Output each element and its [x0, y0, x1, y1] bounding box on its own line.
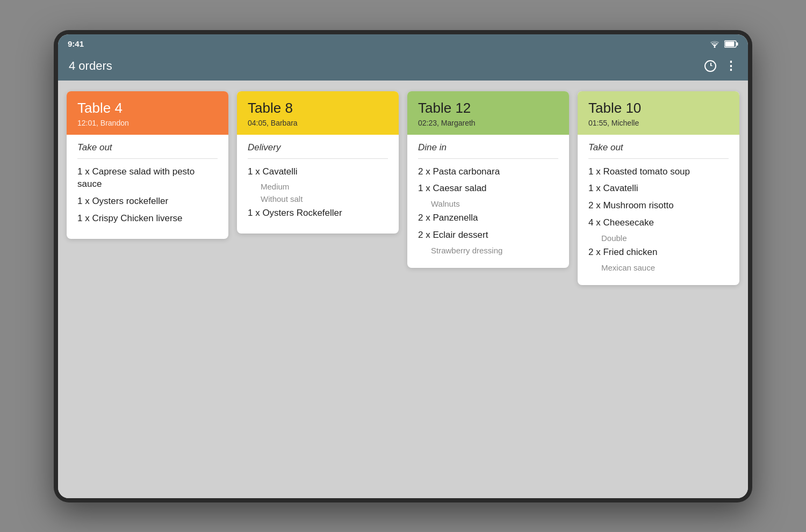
- orders-list: Table 412:01, BrandonTake out1 x Caprese…: [58, 81, 748, 498]
- order-item: 1 x Roasted tomato soup: [588, 165, 729, 178]
- divider-table4: [77, 158, 218, 159]
- card-body-table4: Take out1 x Caprese salad with pesto sau…: [67, 135, 228, 239]
- order-type-table8: Delivery: [248, 142, 388, 153]
- divider-table12: [418, 158, 558, 159]
- card-header-table4: Table 412:01, Brandon: [67, 91, 228, 135]
- order-card-table12[interactable]: Table 1202:23, MargarethDine in2 x Pasta…: [407, 91, 569, 268]
- order-type-table12: Dine in: [418, 142, 558, 153]
- order-item: 1 x Oysters Rockefeller: [248, 207, 388, 220]
- order-type-table10: Take out: [588, 142, 729, 153]
- status-time: 9:41: [68, 39, 84, 48]
- card-body-table8: Delivery1 x CavatelliMediumWithout salt1…: [237, 135, 399, 234]
- table-meta-table8: 04:05, Barbara: [248, 119, 388, 127]
- order-item-note: Strawberry dressing: [431, 246, 558, 255]
- card-header-table8: Table 804:05, Barbara: [237, 91, 399, 135]
- order-item: 2 x Fried chicken: [588, 246, 729, 259]
- order-item: 2 x Panzenella: [418, 212, 558, 224]
- card-header-table12: Table 1202:23, Margareth: [407, 91, 569, 135]
- card-body-table12: Dine in2 x Pasta carbonara1 x Caesar sal…: [407, 135, 569, 268]
- status-icons: [709, 40, 738, 48]
- more-icon[interactable]: ⋮: [725, 59, 737, 73]
- order-item: 2 x Mushroom risotto: [588, 199, 729, 212]
- order-item: 1 x Oysters rockefeller: [77, 195, 218, 208]
- svg-point-0: [714, 46, 716, 48]
- order-item: 2 x Pasta carbonara: [418, 165, 558, 178]
- battery-icon: [724, 40, 738, 48]
- order-item-note: Medium: [261, 182, 388, 191]
- order-item-note: Walnuts: [431, 199, 558, 208]
- card-body-table10: Take out1 x Roasted tomato soup1 x Cavat…: [578, 135, 739, 285]
- order-item: 1 x Cavatelli: [248, 165, 388, 178]
- table-name-table4: Table 4: [77, 100, 218, 116]
- order-item: 1 x Caprese salad with pesto sauce: [77, 165, 218, 191]
- status-bar: 9:41: [58, 34, 748, 54]
- order-card-table4[interactable]: Table 412:01, BrandonTake out1 x Caprese…: [67, 91, 228, 239]
- tablet-frame: 9:41 4 orders: [54, 30, 752, 502]
- page-title: 4 orders: [69, 59, 112, 73]
- order-item: 4 x Cheesecake: [588, 216, 729, 229]
- wifi-icon: [709, 40, 720, 48]
- order-item: 1 x Cavatelli: [588, 182, 729, 195]
- tablet-screen: 9:41 4 orders: [58, 34, 748, 498]
- order-item-note: Double: [601, 234, 729, 243]
- table-name-table10: Table 10: [588, 100, 729, 116]
- order-item-note: Without salt: [261, 194, 388, 203]
- table-meta-table12: 02:23, Margareth: [418, 119, 558, 127]
- table-name-table8: Table 8: [248, 100, 388, 116]
- order-item: 1 x Crispy Chicken liverse: [77, 212, 218, 225]
- order-item: 2 x Eclair dessert: [418, 229, 558, 242]
- table-name-table12: Table 12: [418, 100, 558, 116]
- table-meta-table10: 01:55, Michelle: [588, 119, 729, 127]
- order-type-table4: Take out: [77, 142, 218, 153]
- header-actions: ⋮: [704, 59, 737, 73]
- svg-rect-2: [725, 41, 735, 46]
- order-card-table8[interactable]: Table 804:05, BarbaraDelivery1 x Cavatel…: [237, 91, 399, 234]
- history-icon[interactable]: [704, 60, 716, 72]
- divider-table10: [588, 158, 729, 159]
- order-item: 1 x Caesar salad: [418, 182, 558, 195]
- order-card-table10[interactable]: Table 1001:55, MichelleTake out1 x Roast…: [578, 91, 739, 285]
- card-header-table10: Table 1001:55, Michelle: [578, 91, 739, 135]
- table-meta-table4: 12:01, Brandon: [77, 119, 218, 127]
- order-item-note: Mexican sauce: [601, 263, 729, 272]
- svg-rect-3: [737, 42, 738, 46]
- app-header: 4 orders ⋮: [58, 54, 748, 81]
- divider-table8: [248, 158, 388, 159]
